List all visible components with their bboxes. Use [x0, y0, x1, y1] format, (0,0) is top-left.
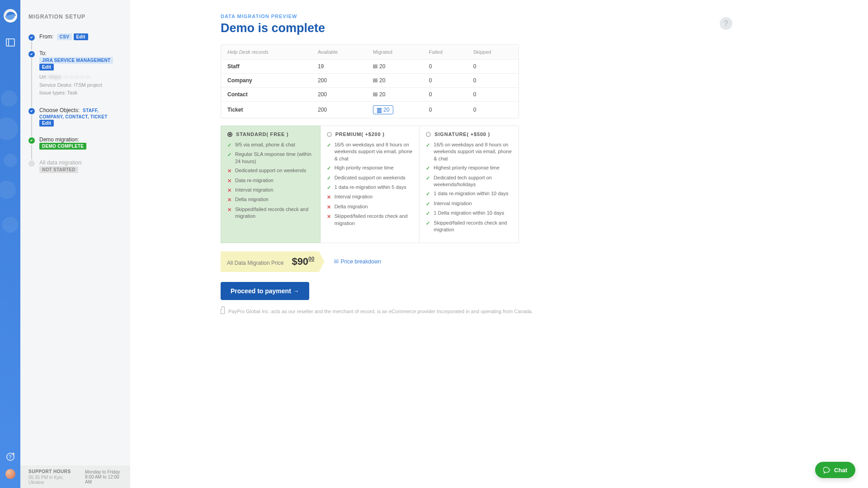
- list-icon: [373, 93, 377, 96]
- chat-button[interactable]: Chat: [815, 462, 855, 478]
- record-name: Contact: [221, 88, 311, 102]
- step-to-value: JIRA SERVICE MANAGEMENT: [39, 57, 113, 64]
- plan-selector[interactable]: SIGNATURE( +$500 ): [426, 131, 512, 137]
- cross-icon: ✕: [327, 194, 331, 201]
- record-failed: 0: [423, 74, 467, 88]
- edit-objects-button[interactable]: Edit: [39, 120, 54, 127]
- check-icon: ✓: [426, 142, 430, 162]
- plan-feature: ✓16/5 on weekdays and 8 hours on weekend…: [426, 141, 512, 162]
- plan-feature: ✕Dedicated support on weekends: [227, 167, 314, 174]
- record-failed: 0: [423, 88, 467, 102]
- check-icon: [28, 108, 35, 114]
- plan-feature: ✓9/5 via email, phone & chat: [227, 141, 314, 149]
- price-cents: 00: [308, 256, 314, 262]
- table-row: Staff192000: [221, 60, 519, 74]
- check-icon: ✓: [426, 191, 430, 197]
- support-hours: 8:00 AM to 12:00 AM: [85, 474, 122, 484]
- plan-card: SIGNATURE( +$500 )✓16/5 on weekdays and …: [420, 126, 519, 243]
- avatar[interactable]: [5, 469, 15, 479]
- cross-icon: ✕: [227, 197, 232, 203]
- record-failed: 0: [423, 102, 467, 118]
- check-icon: ✓: [426, 175, 430, 188]
- plan-card: PREMIUM( +$200 )✓16/5 on weekdays and 8 …: [321, 126, 420, 243]
- plan-name: SIGNATURE( +$500 ): [434, 131, 490, 137]
- plan-feature: ✕Interval migration: [227, 187, 314, 194]
- lock-icon: [221, 309, 225, 314]
- table-row: Contact2002000: [221, 88, 519, 102]
- record-name: Staff: [221, 60, 311, 74]
- step-to: To: JIRA SERVICE MANAGEMENT Edit Url: ht…: [28, 50, 122, 97]
- page-title: Demo is complete: [221, 21, 868, 35]
- app-logo-icon[interactable]: [4, 9, 17, 23]
- record-available: 200: [311, 88, 367, 102]
- plan-feature: ✓1 Delta migration within 10 days: [426, 210, 512, 217]
- page-eyebrow: DATA MIGRATION PREVIEW: [221, 14, 868, 19]
- page-help-icon[interactable]: ?: [720, 17, 732, 30]
- issue-value: Task: [67, 90, 78, 95]
- plan-feature: ✓Interval migration: [426, 200, 512, 207]
- step-objects: Choose Objects: STAFF, COMPANY, CONTACT,…: [28, 107, 122, 127]
- record-available: 200: [311, 102, 367, 118]
- cross-icon: ✕: [227, 206, 232, 220]
- demo-complete-badge: DEMO COMPLETE: [39, 143, 86, 150]
- plan-selector[interactable]: STANDARD( FREE ): [227, 131, 314, 137]
- record-migrated[interactable]: 20: [373, 105, 393, 114]
- support-heading: SUPPORT HOURS: [28, 469, 74, 474]
- list-icon: [334, 260, 339, 263]
- plan-selector[interactable]: PREMIUM( +$200 ): [327, 131, 413, 137]
- record-available: 19: [311, 60, 367, 74]
- pending-icon: [28, 160, 35, 167]
- col-available: Available: [311, 45, 367, 60]
- check-icon: [28, 51, 35, 57]
- nav-rail: ?: [0, 0, 20, 488]
- chat-icon: [823, 466, 830, 474]
- help-icon[interactable]: ?: [6, 453, 14, 461]
- col-skipped: Skipped: [467, 45, 519, 60]
- record-skipped: 0: [467, 74, 519, 88]
- step-from-label: From:: [39, 33, 53, 40]
- plan-feature: ✓Dedicated support on weekends: [327, 174, 413, 182]
- step-demo-label: Demo migration:: [39, 136, 79, 143]
- plan-feature: ✓Highest priority response time: [426, 164, 512, 172]
- issue-label: Issue types:: [39, 90, 66, 95]
- price-breakdown-link[interactable]: Price breakdown: [334, 258, 381, 265]
- check-icon: ✓: [426, 210, 430, 217]
- edit-to-button[interactable]: Edit: [39, 64, 54, 70]
- step-to-label: To:: [39, 50, 47, 56]
- list-icon: [373, 79, 377, 82]
- record-name: Company: [221, 74, 311, 88]
- check-icon: ✓: [327, 142, 331, 162]
- check-icon: ✓: [426, 201, 430, 207]
- check-icon: [28, 34, 35, 41]
- arrow-right-icon: →: [293, 287, 299, 295]
- plan-card: STANDARD( FREE )✓9/5 via email, phone & …: [221, 126, 321, 243]
- plan-feature: ✓Skipped/failed records check and migrat…: [426, 220, 512, 234]
- cross-icon: ✕: [227, 178, 232, 184]
- plan-feature: ✓16/5 on weekdays and 8 hours on weekend…: [327, 141, 413, 162]
- url-value: https ⸺⸺⸺⸺⸺: [48, 74, 90, 80]
- check-icon: ✓: [426, 165, 430, 172]
- edit-from-button[interactable]: Edit: [74, 33, 88, 40]
- table-row: Ticket2002000: [221, 102, 519, 118]
- desk-label: Service Desks:: [39, 82, 72, 88]
- step-from: From: CSV Edit: [28, 33, 122, 40]
- main-content: ? DATA MIGRATION PREVIEW Demo is complet…: [130, 0, 868, 488]
- plan-feature: ✕Delta migration: [327, 203, 413, 211]
- desk-value: ITSM project: [74, 82, 102, 88]
- list-icon: [373, 65, 377, 68]
- step-all-label: All data migration:: [39, 160, 83, 166]
- record-migrated: 20: [373, 91, 385, 98]
- list-icon: [377, 108, 382, 112]
- panel-icon[interactable]: [6, 38, 15, 47]
- payment-disclaimer: PayPro Global Inc. acts as our reseller …: [221, 308, 868, 314]
- support-local-time: 05:35 PM in Kyiv, Ukraine: [28, 475, 74, 485]
- record-available: 200: [311, 74, 367, 88]
- not-started-badge: NOT STARTED: [39, 166, 78, 173]
- plans-row: STANDARD( FREE )✓9/5 via email, phone & …: [221, 126, 519, 243]
- migration-setup-sidebar: MIGRATION SETUP From: CSV Edit To: JIRA …: [20, 0, 130, 488]
- plan-feature: ✓Dedicated tech support on weekends/holi…: [426, 174, 512, 188]
- proceed-to-payment-button[interactable]: Proceed to payment→: [221, 282, 309, 300]
- record-skipped: 0: [467, 88, 519, 102]
- plan-name: PREMIUM( +$200 ): [335, 131, 385, 137]
- record-skipped: 0: [467, 102, 519, 118]
